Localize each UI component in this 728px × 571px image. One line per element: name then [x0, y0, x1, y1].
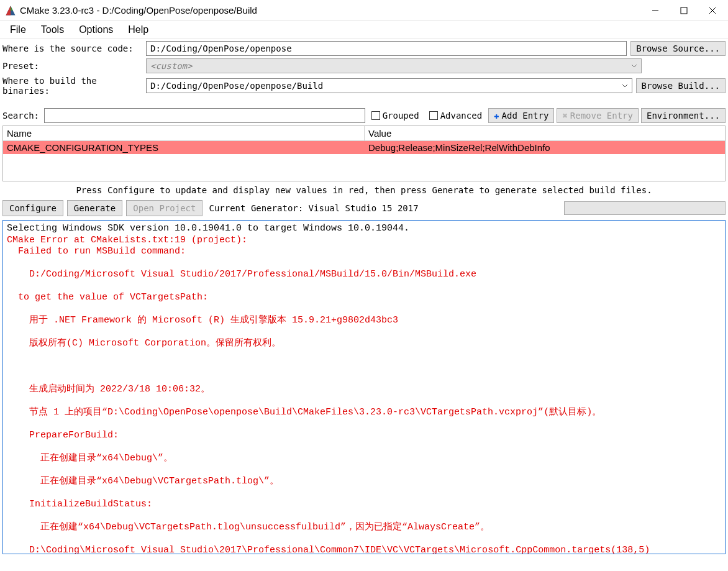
browse-build-button[interactable]: Browse Build...: [636, 78, 726, 93]
grouped-checkbox[interactable]: Grouped: [371, 111, 419, 121]
remove-entry-label: Remove Entry: [570, 111, 633, 121]
minimize-icon: [652, 7, 659, 14]
titlebar: CMake 3.23.0-rc3 - D:/Coding/OpenPose/op…: [0, 0, 728, 21]
chevron-down-icon: [619, 79, 630, 93]
menubar: File Tools Options Help: [0, 21, 728, 39]
hint-text: Press Configure to update and display ne…: [0, 181, 728, 199]
column-header-name[interactable]: Name: [3, 126, 365, 140]
output-line: InitializeBuildStatus:: [7, 499, 152, 509]
menu-tools[interactable]: Tools: [34, 22, 71, 38]
source-label: Where is the source code:: [2, 43, 142, 53]
menu-help[interactable]: Help: [121, 22, 156, 38]
table-row[interactable]: CMAKE_CONFIGURATION_TYPESDebug;Release;M…: [3, 141, 725, 154]
output-line: 正在创建目录“x64\Debug\”。: [7, 453, 173, 464]
checkbox-icon: [429, 111, 438, 120]
generate-button[interactable]: Generate: [67, 200, 122, 216]
remove-entry-button: ✖ Remove Entry: [557, 108, 639, 123]
advanced-checkbox[interactable]: Advanced: [429, 111, 482, 121]
close-icon: [709, 7, 716, 14]
remove-icon: ✖: [562, 111, 567, 121]
progress-bar: [564, 201, 726, 215]
build-combo[interactable]: D:/Coding/OpenPose/openpose/Build: [146, 78, 632, 93]
browse-source-button[interactable]: Browse Source...: [630, 41, 726, 56]
output-line: D:\Coding\Microsoft Visual Studio\2017\P…: [7, 545, 650, 554]
minimize-button[interactable]: [641, 1, 670, 20]
svg-marker-1: [6, 6, 11, 15]
output-line: 节点 1 上的项目“D:\Coding\OpenPose\openpose\Bu…: [7, 407, 601, 418]
configure-button[interactable]: Configure: [2, 200, 63, 216]
chevron-down-icon: [629, 59, 640, 73]
add-entry-label: Add Entry: [502, 111, 549, 121]
output-line: 生成启动时间为 2022/3/18 10:06:32。: [7, 384, 210, 395]
output-text[interactable]: Selecting Windows SDK version 10.0.19041…: [3, 221, 725, 554]
preset-combo[interactable]: <custom>: [146, 58, 642, 73]
variables-table: Name Value CMAKE_CONFIGURATION_TYPESDebu…: [2, 126, 726, 181]
search-label: Search:: [2, 111, 39, 121]
output-line: to get the value of VCTargetsPath:: [7, 292, 208, 303]
checkbox-icon: [371, 111, 380, 120]
output-line: 用于 .NET Framework 的 Microsoft (R) 生成引擎版本…: [7, 315, 398, 326]
app-icon: [5, 5, 16, 16]
output-line: Selecting Windows SDK version 10.0.19041…: [7, 223, 409, 234]
svg-rect-4: [681, 7, 687, 14]
plus-icon: ✚: [494, 111, 499, 121]
svg-marker-2: [11, 6, 13, 11]
build-value: D:/Coding/OpenPose/openpose/Build: [150, 81, 323, 91]
output-line: 版权所有(C) Microsoft Corporation。保留所有权利。: [7, 338, 281, 349]
output-line: 正在创建“x64\Debug\VCTargetsPath.tlog\unsucc…: [7, 522, 489, 532]
cell-name: CMAKE_CONFIGURATION_TYPES: [3, 141, 365, 154]
menu-file[interactable]: File: [2, 22, 34, 38]
preset-label: Preset:: [2, 61, 142, 71]
source-input[interactable]: [146, 41, 627, 56]
advanced-label: Advanced: [440, 111, 482, 121]
output-line: PrepareForBuild:: [7, 430, 119, 441]
output-line: Failed to run MSBuild command:: [7, 246, 186, 257]
output-line: D:/Coding/Microsoft Visual Studio/2017/P…: [7, 269, 476, 280]
close-button[interactable]: [698, 1, 727, 20]
output-pane: Selecting Windows SDK version 10.0.19041…: [2, 220, 726, 554]
cell-value: Debug;Release;MinSizeRel;RelWithDebInfo: [365, 141, 725, 154]
column-header-value[interactable]: Value: [365, 126, 725, 140]
preset-value: <custom>: [150, 61, 192, 71]
open-project-button: Open Project: [126, 200, 202, 216]
maximize-icon: [680, 7, 688, 14]
window-title: CMake 3.23.0-rc3 - D:/Coding/OpenPose/op…: [20, 5, 641, 16]
add-entry-button[interactable]: ✚ Add Entry: [488, 108, 554, 123]
maximize-button[interactable]: [670, 1, 698, 20]
output-line: 正在创建目录“x64\Debug\VCTargetsPath.tlog\”。: [7, 476, 279, 486]
build-label: Where to build the binaries:: [2, 76, 142, 96]
grouped-label: Grouped: [383, 111, 419, 121]
menu-options[interactable]: Options: [71, 22, 121, 38]
environment-button[interactable]: Environment...: [641, 108, 726, 123]
search-input[interactable]: [44, 108, 365, 123]
output-line: CMake Error at CMakeLists.txt:19 (projec…: [7, 235, 247, 245]
generator-text: Current Generator: Visual Studio 15 2017: [209, 203, 418, 213]
